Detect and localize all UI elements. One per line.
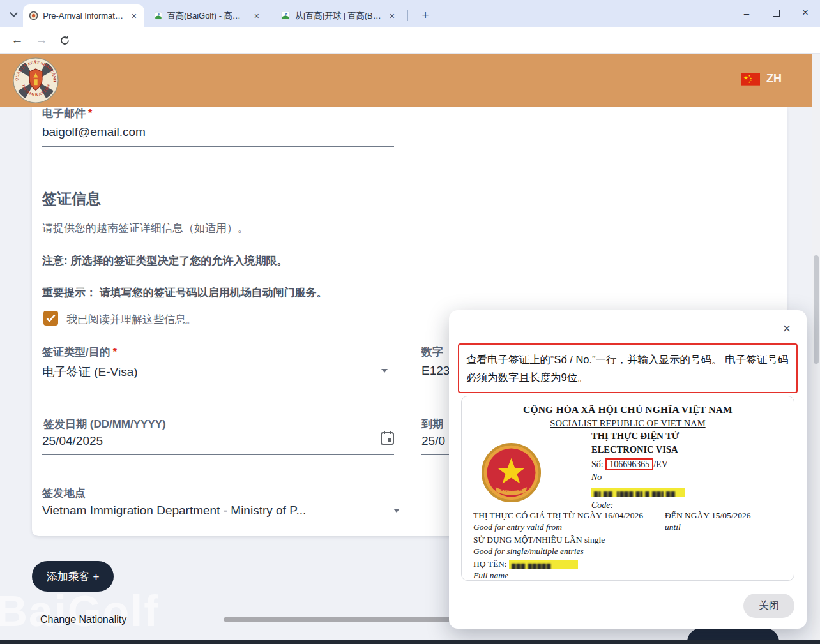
maximize-button[interactable] <box>761 0 791 26</box>
tab-baigolf-1[interactable]: 百高(BaiGolf) - 高尔夫球场预订 × <box>148 4 267 27</box>
visa-number-suffix: /EV <box>653 460 668 469</box>
visa-number-prefix: Số: <box>591 460 604 469</box>
svg-text:★: ★ <box>748 80 751 83</box>
tab-prearrival[interactable]: Pre-Arrival Information - Cục × <box>23 4 144 27</box>
visa-important-note: 重要提示： 请填写您的签证号码以启用机场自动闸门服务。 <box>42 285 328 300</box>
email-label: 电子邮件* <box>42 106 92 121</box>
visa-section-desc: 请提供您的越南签证详细信息（如适用）。 <box>42 221 248 236</box>
browser-window: Pre-Arrival Information - Cục × 百高(BaiGo… <box>0 0 820 644</box>
visa-type-underline <box>42 386 394 386</box>
check-icon <box>46 314 56 322</box>
back-button[interactable]: ← <box>8 31 27 50</box>
redacted-highlight: █▌██ ▐███ █▌█ ██▌██ <box>591 488 685 497</box>
redacted-highlight: ███ █████ <box>509 560 578 569</box>
visa-number-label: 数字 <box>421 345 443 359</box>
visa-number-block: THỊ THỰC ĐIỆN TỬ ELECTRONIC VISA Số: 106… <box>591 430 685 512</box>
modal-close-button[interactable]: 关闭 <box>743 594 794 618</box>
visa-type-vn: THỊ THỰC ĐIỆN TỬ <box>591 430 685 443</box>
tab-title: Pre-Arrival Information - Cục <box>43 11 125 20</box>
baigolf-watermark: BaiGolf <box>0 586 160 636</box>
issue-date-underline <box>42 454 394 455</box>
immigration-logo: QUẢN LÝ XUẤT NHẬP CẢNH IMMIGRATION <box>13 57 59 103</box>
visa-section-title: 签证信息 <box>42 189 101 209</box>
dropdown-caret-icon[interactable] <box>393 509 400 513</box>
visa-valid-from: THỊ THỰC CÓ GIÁ TRỊ TỪ NGÀY 16/04/2026 G… <box>473 510 643 532</box>
baigolf-favicon <box>281 10 290 21</box>
tab-title: 百高(BaiGolf) - 高尔夫球场预订 <box>167 10 248 22</box>
close-tab-icon[interactable]: × <box>388 11 396 21</box>
minimize-button[interactable]: – <box>732 0 761 26</box>
vietnam-emblem: VIỆT NAM <box>481 442 542 503</box>
calendar-icon <box>380 430 395 446</box>
visa-type-select[interactable]: 电子签证 (E-Visa) <box>42 364 138 380</box>
issue-place-underline <box>42 525 407 525</box>
visa-until: ĐẾN NGÀY 15/05/2026 until <box>665 510 751 532</box>
ack-checkbox[interactable] <box>43 311 58 326</box>
issue-date-field[interactable]: 25/04/2025 <box>42 434 103 448</box>
dropdown-caret-icon[interactable] <box>381 369 388 373</box>
email-field[interactable]: baigolf@email.com <box>42 125 146 139</box>
close-window-button[interactable]: × <box>791 0 820 26</box>
svg-text:VIỆT NAM: VIỆT NAM <box>501 488 522 492</box>
sample-evisa-image: CỘNG HÒA XÃ HỘI CHỦ NGHĨA VIỆT NAM SOCIA… <box>461 396 794 581</box>
vertical-scrollbar-thumb[interactable] <box>814 255 819 364</box>
visa-type-label: 签证类型/目的* <box>42 345 117 359</box>
bottom-edge <box>0 640 820 644</box>
tab-separator <box>271 10 271 21</box>
chevron-down-icon <box>10 9 18 17</box>
language-switcher[interactable]: ★ ★ ★ ★ ★ ZH <box>741 72 782 86</box>
issue-place-label: 签发地点 <box>42 486 86 500</box>
china-flag-icon: ★ ★ ★ ★ ★ <box>741 73 760 86</box>
visa-title-en: SOCIALIST REPUBLIC OF VIET NAM <box>462 418 794 429</box>
visa-number-en: No <box>591 471 685 484</box>
site-header: QUẢN LÝ XUẤT NHẬP CẢNH IMMIGRATION ★ ★ ★… <box>0 54 812 107</box>
visa-type-en: ELECTRONIC VISA <box>591 443 685 456</box>
issue-place-select[interactable]: Vietnam Immigration Department - Ministr… <box>42 504 306 518</box>
visa-number-field[interactable]: E123 <box>421 364 450 378</box>
required-mark: * <box>88 108 92 119</box>
immigration-favicon <box>29 10 38 21</box>
issue-date-label: 签发日期 (DD/MM/YYYY) <box>43 417 166 431</box>
expiry-date-field[interactable]: 25/0 <box>421 434 445 448</box>
visa-number-underline <box>421 386 449 386</box>
tab-strip: Pre-Arrival Information - Cục × 百高(BaiGo… <box>0 0 820 27</box>
visa-fullname: HỌ TÊN: ███ █████ Full name <box>473 558 578 581</box>
reload-button[interactable] <box>55 31 74 50</box>
tab-search-button[interactable] <box>5 6 22 22</box>
required-mark: * <box>113 347 117 357</box>
close-tab-icon[interactable]: × <box>130 11 138 21</box>
redacted-text: █▌██ ▐███ █▌█ ██▌██ <box>594 491 676 497</box>
expiry-date-underline <box>421 454 449 455</box>
tab-separator <box>407 10 408 21</box>
tab-baigolf-2[interactable]: 从[百高]开球 | 百高(BaiGolf) - × <box>275 4 402 27</box>
ack-label: 我已阅读并理解这些信息。 <box>66 312 197 327</box>
visa-note: 注意: 所选择的签证类型决定了您的允许入境期限。 <box>42 253 287 268</box>
visa-help-modal: × 查看电子签证上的“Số / No.”一行，并输入显示的号码。 电子签证号码必… <box>449 310 807 629</box>
reload-icon <box>59 35 70 46</box>
calendar-button[interactable] <box>380 430 395 448</box>
forward-button[interactable]: → <box>32 31 51 50</box>
new-tab-button[interactable]: + <box>416 6 434 24</box>
visa-title-vn: CỘNG HÒA XÃ HỘI CHỦ NGHĨA VIỆT NAM <box>462 404 794 416</box>
close-tab-icon[interactable]: × <box>253 11 261 21</box>
change-nationality-link[interactable]: Change Nationality <box>40 614 126 625</box>
browser-toolbar: ← → prearrival.immigration.gov.vn/apps/s… <box>0 27 820 54</box>
visa-number-highlight: 106696365 <box>605 458 653 470</box>
email-underline <box>42 146 394 147</box>
visa-entries: SỬ DỤNG MỘT/NHIỀU LẦN single Good for si… <box>473 534 605 557</box>
visa-number-tip: 查看电子签证上的“Số / No.”一行，并输入显示的号码。 电子签证号码必须为… <box>458 343 798 393</box>
tab-title: 从[百高]开球 | 百高(BaiGolf) - <box>295 10 383 22</box>
redacted-text: ███ █████ <box>512 564 551 569</box>
add-passenger-button[interactable]: 添加乘客 + <box>32 561 114 592</box>
window-controls: – × <box>732 0 820 26</box>
baigolf-favicon <box>155 10 162 21</box>
language-code: ZH <box>766 72 782 86</box>
expiry-date-label: 到期 <box>421 417 443 431</box>
maximize-icon <box>773 10 780 17</box>
modal-close-icon[interactable]: × <box>777 319 796 338</box>
